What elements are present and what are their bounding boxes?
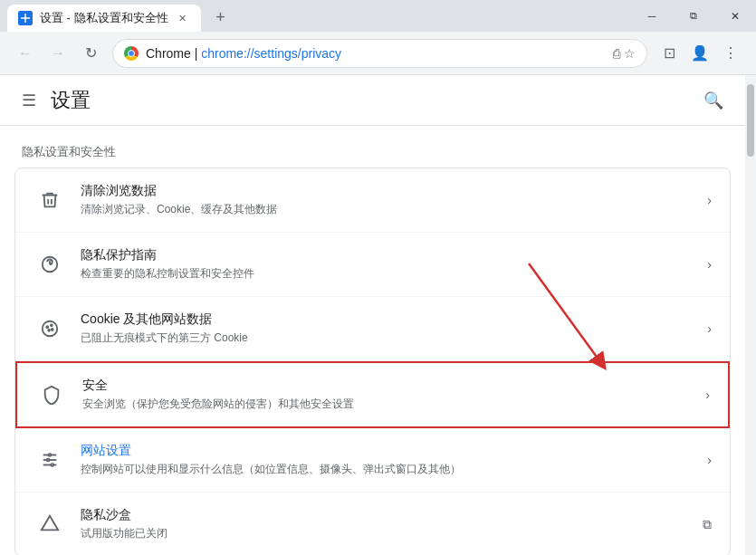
privacy-guide-content: 隐私保护指南 检查重要的隐私控制设置和安全控件 (81, 247, 700, 282)
cookies-content: Cookie 及其他网站数据 已阻止无痕模式下的第三方 Cookie (81, 311, 700, 346)
window-controls: ⧉ (631, 0, 756, 32)
svg-point-18 (51, 464, 53, 466)
privacy-sandbox-item[interactable]: 隐私沙盒 试用版功能已关闭 ⧉ (15, 493, 730, 555)
svg-point-6 (51, 324, 53, 326)
svg-point-7 (48, 330, 50, 331)
settings-header: ☰ 设置 🔍 (0, 75, 745, 126)
search-settings-button[interactable]: 🔍 (703, 91, 723, 110)
security-item[interactable]: 安全 安全浏览（保护您免受危险网站的侵害）和其他安全设置 › (15, 361, 730, 428)
profile-button[interactable]: 👤 (685, 39, 714, 68)
site-name: Chrome (146, 46, 191, 61)
scrollbar-thumb[interactable] (747, 84, 754, 157)
close-button[interactable] (714, 0, 756, 32)
share-icon[interactable]: ⎙ (613, 46, 620, 61)
back-button[interactable]: ← (11, 39, 40, 68)
privacy-guide-subtitle: 检查重要的隐私控制设置和安全控件 (81, 266, 700, 282)
clear-browsing-subtitle: 清除浏览记录、Cookie、缓存及其他数据 (81, 202, 700, 217)
svg-point-8 (52, 329, 53, 330)
external-link-icon: ⧉ (703, 517, 712, 532)
svg-point-4 (43, 321, 58, 337)
cookies-title: Cookie 及其他网站数据 (81, 311, 700, 328)
page-title: 设置 (51, 87, 91, 114)
main-content: ☰ 设置 🔍 隐私设置和安全性 (0, 75, 745, 555)
site-settings-content: 网站设置 控制网站可以使用和显示什么信息（如位置信息、摄像头、弹出式窗口及其他） (81, 443, 700, 477)
tab-favicon (18, 11, 33, 25)
title-bar: 设置 - 隐私设置和安全性 ✕ + ⧉ (0, 0, 756, 32)
tab-title: 设置 - 隐私设置和安全性 (40, 10, 168, 26)
section-title: 隐私设置和安全性 (0, 126, 745, 167)
restore-button[interactable]: ⧉ (673, 0, 714, 32)
privacy-sandbox-subtitle: 试用版功能已关闭 (81, 526, 695, 541)
clear-browsing-content: 清除浏览数据 清除浏览记录、Cookie、缓存及其他数据 (81, 183, 700, 217)
new-tab-button[interactable]: + (208, 5, 234, 30)
sandbox-icon (33, 508, 66, 541)
minimize-button[interactable] (631, 0, 673, 32)
svg-point-15 (47, 459, 50, 462)
site-favicon (124, 46, 139, 61)
site-settings-title: 网站设置 (81, 443, 700, 459)
sidebar-toggle-button[interactable]: ⊡ (655, 39, 684, 68)
svg-point-12 (49, 454, 52, 456)
forward-icon: → (51, 45, 65, 62)
forward-button[interactable]: → (43, 39, 72, 68)
address-right-icons: ⎙ ☆ (613, 46, 636, 61)
sidebar-icon: ⊡ (664, 44, 675, 62)
clear-browsing-title: 清除浏览数据 (81, 183, 700, 199)
settings-card: 清除浏览数据 清除浏览记录、Cookie、缓存及其他数据 › (14, 167, 731, 555)
menu-button[interactable]: ⋮ (716, 39, 745, 68)
address-text: Chrome | chrome://settings/privacy (146, 46, 606, 61)
address-url: chrome://settings/privacy (201, 46, 341, 61)
security-subtitle: 安全浏览（保护您免受危险网站的侵害）和其他安全设置 (82, 397, 698, 412)
address-bar[interactable]: Chrome | chrome://settings/privacy ⎙ ☆ (112, 39, 647, 68)
minimize-icon (648, 10, 656, 23)
scrollbar-track[interactable] (745, 75, 756, 555)
security-content: 安全 安全浏览（保护您免受危险网站的侵害）和其他安全设置 (82, 378, 698, 412)
hamburger-menu-button[interactable]: ☰ (22, 91, 36, 110)
privacy-guide-icon (33, 248, 66, 281)
privacy-guide-item[interactable]: 隐私保护指南 检查重要的隐私控制设置和安全控件 › (15, 233, 730, 297)
refresh-icon: ↻ (85, 44, 97, 62)
clear-browsing-item[interactable]: 清除浏览数据 清除浏览记录、Cookie、缓存及其他数据 › (15, 168, 730, 233)
privacy-guide-arrow: › (707, 257, 712, 272)
site-settings-subtitle: 控制网站可以使用和显示什么信息（如位置信息、摄像头、弹出式窗口及其他） (81, 462, 700, 477)
cookies-arrow: › (707, 321, 712, 336)
privacy-sandbox-title: 隐私沙盒 (81, 507, 695, 523)
cookie-icon (33, 312, 66, 345)
content-wrapper: ☰ 设置 🔍 隐私设置和安全性 (0, 75, 756, 555)
trash-icon (33, 184, 66, 216)
cookies-item[interactable]: Cookie 及其他网站数据 已阻止无痕模式下的第三方 Cookie › (15, 297, 730, 361)
svg-point-5 (46, 326, 48, 328)
restore-icon: ⧉ (690, 10, 697, 22)
privacy-guide-title: 隐私保护指南 (81, 247, 700, 263)
site-settings-arrow: › (707, 453, 712, 467)
security-arrow: › (705, 388, 710, 402)
menu-icon: ⋮ (723, 44, 738, 62)
bookmark-icon[interactable]: ☆ (624, 46, 636, 61)
refresh-button[interactable]: ↻ (76, 39, 105, 68)
active-tab[interactable]: 设置 - 隐私设置和安全性 ✕ (7, 5, 201, 32)
tab-close-button[interactable]: ✕ (176, 11, 190, 25)
site-settings-item[interactable]: 网站设置 控制网站可以使用和显示什么信息（如位置信息、摄像头、弹出式窗口及其他）… (15, 428, 730, 493)
nav-right: ⊡ 👤 ⋮ (655, 39, 745, 68)
cookies-subtitle: 已阻止无痕模式下的第三方 Cookie (81, 330, 700, 346)
security-icon (35, 378, 68, 411)
site-settings-icon (33, 444, 66, 476)
svg-marker-19 (42, 516, 58, 531)
privacy-sandbox-content: 隐私沙盒 试用版功能已关闭 (81, 507, 695, 541)
security-title: 安全 (82, 378, 698, 394)
close-icon (731, 10, 740, 23)
clear-browsing-arrow: › (707, 193, 712, 207)
profile-icon: 👤 (691, 44, 709, 62)
nav-bar: ← → ↻ Chrome | chrome://settings/privacy… (0, 32, 756, 75)
settings-body: 隐私设置和安全性 清除浏览数据 清除浏览记录、 (0, 126, 745, 555)
back-icon: ← (18, 45, 33, 62)
